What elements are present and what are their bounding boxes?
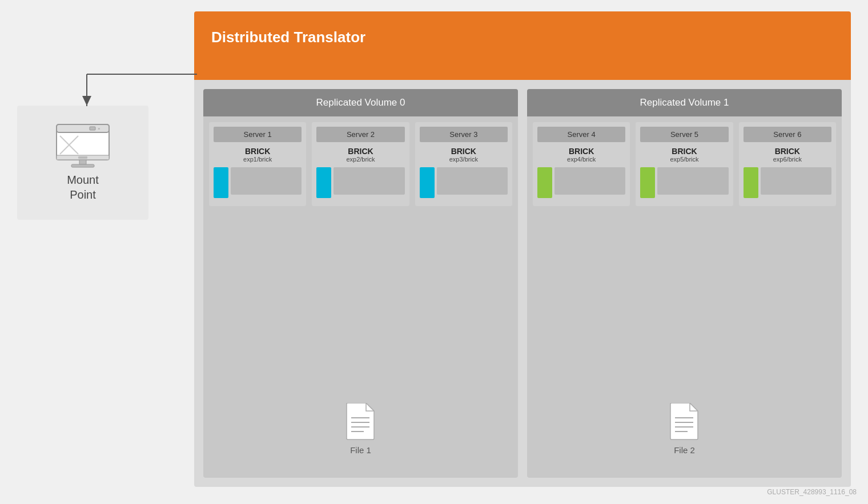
server-2-box: Server 2 BRICK exp2/brick (312, 122, 409, 206)
server-2-brick-gray (333, 167, 404, 195)
server-3-header: Server 3 (420, 127, 508, 142)
dt-body: Replicated Volume 0 Server 1 BRICK exp1/… (194, 80, 851, 487)
server-3-box: Server 3 BRICK exp3/brick (415, 122, 512, 206)
server-3-brick-colored (420, 167, 435, 198)
replicated-volume-1: Replicated Volume 1 Server 4 BRICK exp4/… (527, 89, 842, 478)
server-4-box: Server 4 BRICK exp4/brick (533, 122, 630, 206)
file-1-label: File 1 (345, 445, 376, 455)
server-1-box: Server 1 BRICK exp1/brick (209, 122, 306, 206)
file-2-icon (669, 403, 700, 441)
server-4-brick-label: BRICK (537, 147, 625, 156)
server-3-brick-path: exp3/brick (420, 156, 508, 163)
server-2-brick-label: BRICK (316, 147, 404, 156)
server-3-brick-label: BRICK (420, 147, 508, 156)
server-6-box: Server 6 BRICK exp6/brick (739, 122, 836, 206)
file-1-container: File 1 (345, 403, 376, 455)
svg-rect-31 (78, 156, 87, 159)
server-4-brick-gray (554, 167, 625, 195)
mount-point-label: MountPoint (67, 172, 99, 202)
server-5-brick-gray (657, 167, 728, 195)
server-5-header: Server 5 (640, 127, 728, 142)
server-5-brick-colored (640, 167, 655, 198)
server-6-header: Server 6 (744, 127, 831, 142)
server-6-brick-colored (744, 167, 758, 198)
server-6-brick-gray (761, 167, 831, 195)
server-6-brick-label: BRICK (744, 147, 831, 156)
server-5-brick-path: exp5/brick (640, 156, 728, 163)
server-5-brick-label: BRICK (640, 147, 728, 156)
server-1-brick-gray (231, 167, 302, 195)
svg-rect-25 (57, 124, 109, 132)
server-1-brick-colored (214, 167, 228, 198)
server-1-header: Server 1 (214, 127, 302, 142)
volume-0-header: Replicated Volume 0 (203, 89, 518, 116)
svg-rect-26 (90, 127, 95, 130)
distributed-translator-header: Distributed Translator (194, 11, 851, 80)
svg-rect-32 (79, 160, 86, 164)
mount-point-area: × MountPoint (17, 106, 148, 220)
watermark: GLUSTER_428993_1116_08 (767, 488, 857, 496)
file-2-container: File 2 (669, 403, 700, 455)
server-2-brick-path: exp2/brick (316, 156, 404, 163)
volume-1-header: Replicated Volume 1 (527, 89, 842, 116)
computer-icon: × (55, 123, 110, 168)
file-2-label: File 2 (669, 445, 700, 455)
server-2-brick-colored (316, 167, 331, 198)
main-container: Distributed Translator (0, 0, 868, 504)
replicated-volume-0: Replicated Volume 0 Server 1 BRICK exp1/… (203, 89, 518, 478)
server-1-brick-label: BRICK (214, 147, 302, 156)
svg-rect-33 (71, 164, 94, 167)
server-4-brick-path: exp4/brick (537, 156, 625, 163)
server-2-header: Server 2 (316, 127, 404, 142)
dt-title: Distributed Translator (194, 11, 851, 63)
server-5-box: Server 5 BRICK exp5/brick (636, 122, 733, 206)
file-1-icon (345, 403, 376, 441)
svg-text:×: × (98, 126, 101, 131)
server-3-brick-gray (437, 167, 508, 195)
svg-marker-36 (82, 96, 91, 106)
server-6-brick-path: exp6/brick (744, 156, 831, 163)
server-4-brick-colored (537, 167, 552, 198)
server-1-brick-path: exp1/brick (214, 156, 302, 163)
server-4-header: Server 4 (537, 127, 625, 142)
